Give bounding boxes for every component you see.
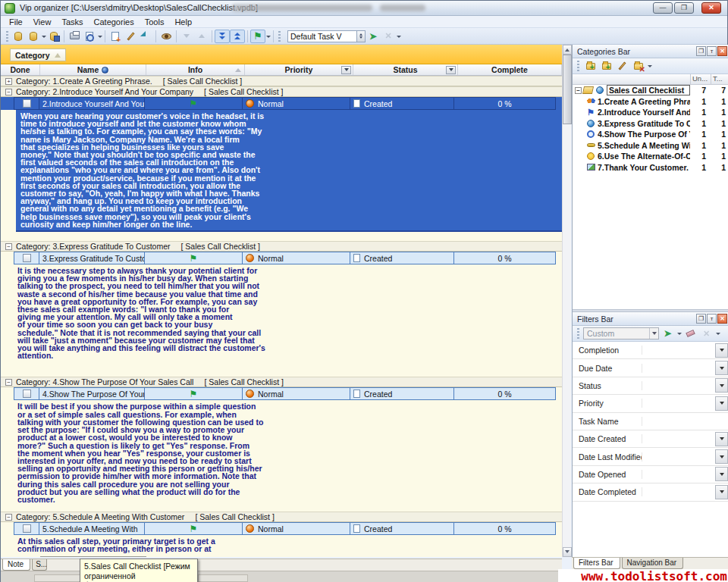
filter-value-field[interactable] — [642, 413, 728, 430]
delete-task-button[interactable] — [138, 30, 153, 43]
new-category-button[interactable] — [583, 60, 598, 73]
task-name-cell[interactable]: 5.Schedule A Meeting With — [39, 522, 145, 535]
filter-value-field[interactable] — [642, 377, 715, 394]
clear-filter-button[interactable] — [683, 327, 698, 340]
task-checkbox[interactable] — [23, 524, 31, 533]
task-complete-cell[interactable]: 0 % — [453, 252, 556, 264]
taskbar-button[interactable] — [198, 574, 248, 582]
tab-subtasks[interactable]: S... — [32, 559, 47, 571]
edit-category-button[interactable] — [615, 60, 629, 73]
tree-item[interactable]: ⚑2.Introduce Yourself And11 — [573, 107, 728, 118]
save-database-button[interactable] — [46, 30, 61, 43]
panel-close-icon[interactable]: ✕ — [717, 314, 727, 324]
task-complete-cell[interactable]: 0 % — [453, 387, 556, 400]
tree-item[interactable]: 6.Use The Alternate-Of-Ch11 — [573, 151, 728, 162]
task-info-cell[interactable]: ⚑ — [144, 252, 243, 264]
panel-restore-icon[interactable]: ❐ — [696, 314, 706, 324]
panel-restore-icon[interactable]: ❐ — [696, 46, 706, 56]
delete-category-button[interactable]: ✕ — [631, 60, 645, 73]
category-row[interactable]: −Category: 4.Show The Purpose Of Your Sa… — [1, 377, 562, 387]
task-status-cell[interactable]: Created — [350, 252, 454, 264]
category-row[interactable]: −Category: 3.Express Gratitude To Custom… — [1, 241, 562, 252]
apply-view-button[interactable]: ➤ — [366, 30, 381, 43]
tree-item[interactable]: 1.Create A Greeting Phras11 — [573, 96, 728, 108]
tree-item[interactable]: 4.Show The Purpose Of Y11 — [573, 129, 728, 140]
move-up-button[interactable] — [194, 30, 209, 43]
task-status-cell[interactable]: Created — [350, 522, 454, 535]
task-note[interactable]: At this sales call step, your primary ta… — [1, 535, 562, 555]
expand-all-button[interactable] — [215, 30, 230, 43]
task-complete-cell[interactable]: 0 % — [453, 522, 556, 535]
menu-item-file[interactable]: File — [4, 17, 28, 27]
menu-item-view[interactable]: View — [28, 17, 57, 27]
open-database-button[interactable] — [26, 30, 41, 43]
column-filter-button[interactable] — [341, 66, 351, 74]
print-preview-caret[interactable] — [98, 36, 102, 40]
filter-value-field[interactable] — [642, 483, 715, 500]
filter-dropdown-button[interactable] — [715, 449, 728, 464]
category-row[interactable]: +Category: 1.Create A Greeting Phrase.[ … — [1, 76, 562, 86]
new-subcategory-button[interactable] — [599, 60, 613, 73]
tree-item[interactable]: 7.Thank Your Customer.11 — [573, 162, 728, 174]
tree-collapse-icon[interactable]: − — [575, 87, 582, 94]
panel-pin-icon[interactable]: т — [707, 46, 717, 56]
expand-icon[interactable]: + — [5, 78, 12, 85]
combo-dropdown-icon[interactable] — [649, 328, 658, 339]
task-view-combobox[interactable]: Default Task V — [287, 30, 366, 42]
task-priority-cell[interactable]: Normal — [242, 522, 350, 535]
print-button[interactable] — [67, 30, 82, 43]
print-preview-button[interactable] — [82, 30, 97, 43]
collapse-icon[interactable]: − — [5, 379, 12, 386]
edit-task-button[interactable] — [123, 30, 138, 43]
move-down-button[interactable] — [179, 30, 194, 43]
category-row[interactable]: −Category: 2.Introduce Yourself And Your… — [1, 86, 562, 97]
scroll-down-button[interactable] — [563, 547, 572, 557]
scroll-up-button[interactable] — [563, 45, 572, 55]
filter-dropdown-button[interactable] — [715, 396, 728, 411]
tree-item[interactable]: 5.Schedule A Meeting Wit11 — [573, 140, 728, 152]
group-by-category-chip[interactable]: Category — [10, 48, 66, 61]
task-row[interactable]: 2.Introduce Yourself And Your⚑NormalCrea… — [1, 97, 562, 110]
view-notes-button[interactable] — [158, 30, 174, 43]
filter-dropdown-button[interactable] — [715, 467, 728, 481]
menu-item-help[interactable]: Help — [169, 17, 197, 27]
menu-item-tools[interactable]: Tools — [140, 17, 170, 27]
unc-column-header[interactable]: Un... — [690, 74, 711, 84]
filter-value-field[interactable] — [642, 448, 715, 465]
task-complete-cell[interactable]: 0 % — [453, 97, 556, 110]
menu-item-tasks[interactable]: Tasks — [56, 17, 88, 27]
task-name-cell[interactable]: 4.Show The Purpose Of Your Sales — [39, 387, 145, 400]
task-info-cell[interactable]: ⚑ — [144, 522, 243, 535]
filter-value-field[interactable] — [642, 466, 715, 483]
column-header-done[interactable]: Done — [1, 64, 40, 75]
new-task-button[interactable] — [108, 30, 123, 43]
column-header-complete[interactable]: Complete — [458, 64, 562, 75]
tree-item[interactable]: −Sales Call Checklist77 — [573, 85, 728, 96]
task-status-cell[interactable]: Created — [350, 387, 454, 400]
apply-filter-caret[interactable] — [677, 333, 682, 337]
collapse-icon[interactable]: − — [5, 243, 12, 250]
column-header-status[interactable]: Status — [353, 64, 458, 75]
panel-pin-icon[interactable]: т — [707, 314, 717, 324]
task-priority-cell[interactable]: Normal — [242, 387, 350, 400]
done-cell[interactable] — [14, 252, 39, 264]
task-checkbox[interactable] — [23, 254, 31, 262]
taskbar-button[interactable] — [34, 574, 84, 582]
task-note[interactable]: It will be best if you show the purpose … — [1, 400, 562, 505]
task-row[interactable]: 3.Express Gratitude To Customer⚑NormalCr… — [1, 252, 562, 264]
filters-toolbar-caret[interactable] — [716, 333, 720, 337]
close-button[interactable]: ✕ — [701, 2, 721, 14]
column-header-info[interactable]: Info — [146, 64, 245, 75]
task-view-spinner[interactable] — [357, 30, 366, 42]
task-row[interactable]: 5.Schedule A Meeting With⚑NormalCreated0… — [1, 522, 562, 535]
task-note[interactable]: It is the necessary step to always thank… — [1, 264, 562, 361]
categories-toolbar-caret[interactable] — [648, 65, 652, 70]
column-header-name[interactable]: Name — [40, 64, 146, 75]
panel-close-icon[interactable]: ✕ — [717, 46, 727, 56]
done-cell[interactable] — [14, 387, 39, 400]
menu-item-categories[interactable]: Categories — [89, 17, 140, 27]
grid-vertical-scrollbar[interactable] — [562, 45, 571, 557]
flag-filter-caret[interactable] — [266, 36, 271, 40]
maximize-button[interactable]: ❐ — [674, 2, 694, 14]
task-priority-cell[interactable]: Normal — [242, 252, 350, 264]
